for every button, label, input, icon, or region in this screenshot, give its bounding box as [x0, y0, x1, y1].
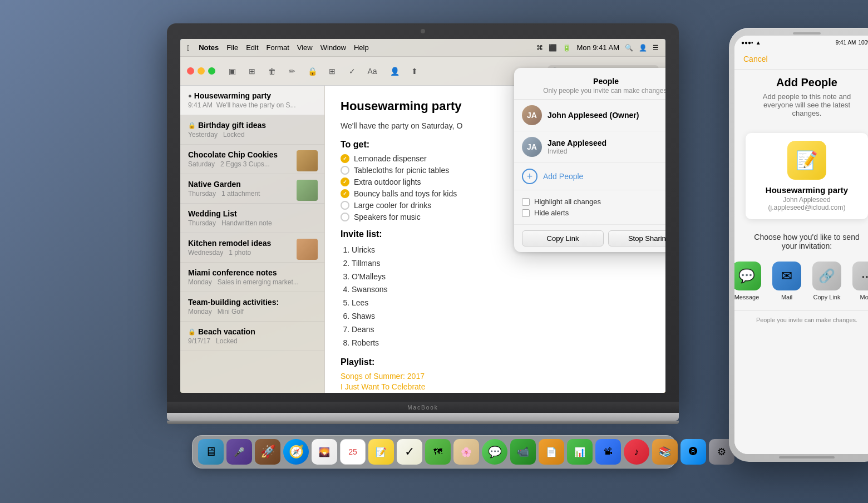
apple-menu[interactable]:  [187, 43, 190, 52]
highlight-checkbox[interactable] [522, 198, 530, 206]
iphone-add-people-screen: Cancel Add People Add people to this not… [734, 49, 868, 454]
iphone-speaker [793, 32, 821, 34]
dock-reminders[interactable]: ✓ [397, 439, 422, 465]
note-item-birthday[interactable]: 🔒 Birthday gift ideas Yesterday Locked [180, 115, 324, 145]
dock-pages[interactable]: 📄 [539, 439, 564, 465]
message-share-icon: 💬 [734, 262, 761, 290]
add-people-row[interactable]: + Add People [514, 163, 665, 190]
account-icon[interactable]: 👤 [639, 44, 647, 52]
invite-item-7: Roberts [352, 337, 650, 350]
iphone-share-more[interactable]: ··· More [852, 262, 868, 300]
owner-info: John Appleseed (Owner) [548, 111, 665, 120]
dock-safari[interactable]: 🧭 [283, 439, 309, 465]
menu-format[interactable]: Format [267, 43, 289, 52]
delete-button[interactable]: 🗑 [264, 63, 280, 79]
stop-sharing-button[interactable]: Stop Sharing [608, 230, 665, 246]
invite-item-1: Tillmans [352, 257, 650, 270]
people-popup: People Only people you invite can make c… [514, 68, 665, 252]
iphone-note-title: Housewarming party [753, 185, 860, 195]
list-icon[interactable]: ☰ [653, 44, 659, 52]
macbook:  Notes File Edit Format View Window Hel… [167, 23, 701, 480]
search-menubar-icon[interactable]: 🔍 [625, 44, 633, 52]
dock-container: 🖥 🎤 🚀 🧭 🌄 25 📝 ✓ 🗺 🌸 💬 📹 📄 📊 📽 ♪ 📚 🅐 ⚙ [192, 435, 676, 469]
iphone-share-copylink[interactable]: 🔗 Copy Link [812, 262, 841, 300]
playlist-link-1[interactable]: I Just Want To Celebrate [341, 382, 650, 391]
note-title: Miami conference notes [188, 268, 317, 277]
menu-help[interactable]: Help [354, 43, 369, 52]
dock-music[interactable]: ♪ [624, 439, 649, 465]
dock-maps[interactable]: 🗺 [425, 439, 451, 465]
format-button[interactable]: Aa [364, 63, 380, 79]
menu-window[interactable]: Window [320, 43, 346, 52]
checklist-text-5: Speakers for music [354, 213, 421, 221]
iphone-share-message[interactable]: 💬 Message [734, 262, 761, 300]
note-item-kitchen[interactable]: Kitchen remodel ideas Wednesday 1 photo [180, 233, 324, 263]
minimize-button[interactable] [198, 67, 205, 75]
dock-finder[interactable]: 🖥 [198, 439, 224, 465]
iphone-nav: Cancel [734, 49, 868, 70]
new-note-button[interactable]: ✏ [284, 63, 300, 79]
invite-item-5: Shaws [352, 310, 650, 323]
clock: Mon 9:41 AM [576, 43, 619, 52]
check-circle-2[interactable] [341, 177, 349, 186]
note-thumbnail-garden [297, 180, 318, 201]
iphone-note-preview: 📝 Housewarming party John Appleseed (j.a… [746, 133, 868, 219]
note-item-wedding[interactable]: Wedding List Thursday Handwritten note [180, 204, 324, 233]
dock-appstore[interactable]: 🅐 [680, 439, 706, 465]
iphone-signal: ●●●▪ [741, 40, 753, 46]
dock-calendar[interactable]: 25 [340, 439, 366, 465]
iphone-screen-title: Add People [734, 70, 868, 92]
person-row-owner: JA John Appleseed (Owner) [514, 100, 665, 131]
share-button[interactable]: ⬆ [407, 63, 422, 79]
table-button[interactable]: ⊞ [324, 63, 340, 79]
dock-siri[interactable]: 🎤 [226, 439, 252, 465]
dock-photos[interactable]: 🌸 [453, 439, 479, 465]
lock-button[interactable]: 🔒 [304, 63, 320, 79]
menu-view[interactable]: View [297, 43, 313, 52]
menu-edit[interactable]: Edit [246, 43, 258, 52]
check-circle-4[interactable] [341, 201, 349, 210]
maximize-button[interactable] [208, 67, 215, 75]
playlist-link-0[interactable]: Songs of Summer: 2017 [341, 372, 650, 381]
dock-keynote[interactable]: 📽 [595, 439, 621, 465]
iphone-share-mail[interactable]: ✉ Mail [772, 262, 801, 300]
dock-facetime[interactable]: 📹 [510, 439, 536, 465]
check-circle-1[interactable] [341, 166, 349, 175]
dock-numbers[interactable]: 📊 [567, 439, 593, 465]
hide-alerts-checkbox[interactable] [522, 209, 530, 217]
note-item-beach[interactable]: 🔒 Beach vacation 9/17/17 Locked [180, 322, 324, 351]
invite-item-6: Deans [352, 323, 650, 337]
cancel-button[interactable]: Cancel [743, 55, 768, 63]
dock-photos2[interactable]: 🌄 [312, 439, 337, 465]
check-circle-3[interactable] [341, 189, 349, 198]
menu-file[interactable]: File [226, 43, 238, 52]
check-circle-0[interactable] [341, 154, 349, 163]
note-item-garden[interactable]: Native Garden Thursday 1 attachment [180, 174, 324, 204]
checklist-text-2: Extra outdoor lights [354, 177, 421, 186]
note-thumbnail-kitchen [297, 239, 318, 260]
note-item-housewarming[interactable]: ● Housewarming party 9:41 AM We'll have … [180, 86, 324, 115]
dock-notes[interactable]: 📝 [368, 439, 394, 465]
dock-messages[interactable]: 💬 [482, 439, 507, 465]
home-indicator[interactable] [779, 456, 835, 458]
close-button[interactable] [187, 67, 194, 75]
more-share-icon: ··· [852, 262, 868, 290]
checklist-button[interactable]: ✓ [344, 63, 360, 79]
menu-notes[interactable]: Notes [199, 43, 219, 52]
mail-share-label: Mail [781, 294, 792, 300]
menubar-right: ⌘ ⬛ 🔋 Mon 9:41 AM 🔍 👤 ☰ [536, 43, 659, 52]
people-button[interactable]: 👤 [387, 63, 402, 79]
dock-books[interactable]: 📚 [652, 439, 678, 465]
note-item-cookies[interactable]: Chocolate Chip Cookies Saturday 2 Eggs 3… [180, 145, 324, 174]
macbook-label: MacBook [407, 405, 438, 411]
gallery-view-button[interactable]: ⊞ [244, 63, 260, 79]
note-item-miami[interactable]: Miami conference notes Monday Sales in e… [180, 263, 324, 292]
dock-launchpad[interactable]: 🚀 [255, 439, 280, 465]
check-circle-5[interactable] [341, 213, 349, 221]
copy-link-button[interactable]: Copy Link [522, 230, 604, 246]
jane-avatar-img: JA [522, 137, 542, 157]
sidebar-toggle-button[interactable]: ▣ [224, 63, 240, 79]
lock-icon: 🔒 [188, 122, 196, 129]
macbook-feet [167, 421, 679, 424]
note-item-teambuilding[interactable]: Team-building activities: Monday Mini Go… [180, 292, 324, 322]
